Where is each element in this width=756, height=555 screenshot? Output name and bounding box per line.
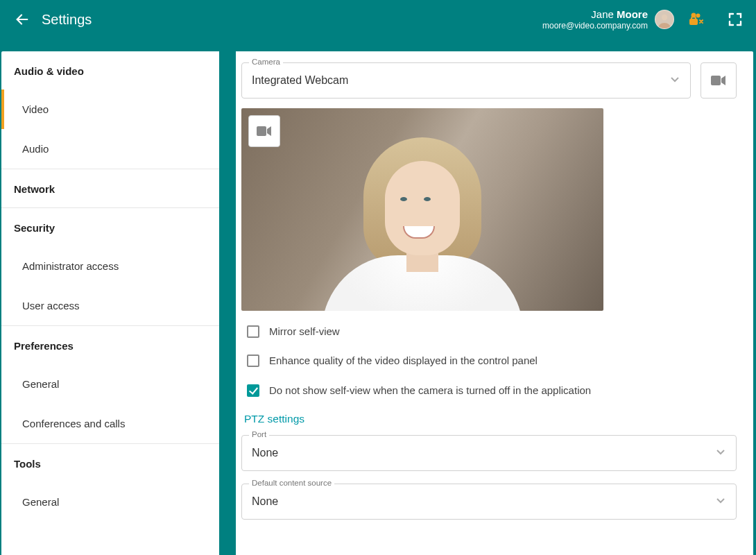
settings-sidebar[interactable]: Audio & video Video Audio Network Securi… <box>1 51 219 555</box>
avatar-person-icon <box>656 12 673 28</box>
chevron-down-icon <box>669 74 680 87</box>
port-select-label: Port <box>249 430 269 438</box>
content-source-select[interactable]: Default content source None <box>241 484 737 520</box>
checkbox-label: Mirror self-view <box>269 325 340 339</box>
chevron-down-icon <box>715 495 726 509</box>
camera-select[interactable]: Camera Integrated Webcam <box>241 62 691 99</box>
fullscreen-icon <box>728 12 742 26</box>
sidebar-section-security: Security <box>1 208 219 246</box>
camera-icon <box>711 75 726 86</box>
main-panel: Camera Integrated Webcam <box>236 51 753 555</box>
checkbox-enhance-quality[interactable] <box>247 355 259 367</box>
svg-point-3 <box>696 14 701 18</box>
sidebar-section-audio-video: Audio & video <box>1 51 219 89</box>
sidebar-item-audio[interactable]: Audio <box>1 129 219 169</box>
back-button[interactable] <box>11 8 33 31</box>
content-source-select-label: Default content source <box>249 479 334 487</box>
sidebar-section-tools: Tools <box>1 444 219 482</box>
user-name: Jane Moore <box>542 8 648 21</box>
sidebar-item-user-access[interactable]: User access <box>1 286 219 326</box>
chevron-down-icon <box>715 446 726 460</box>
preview-person <box>318 130 526 311</box>
self-view-preview <box>241 108 603 311</box>
camera-select-label: Camera <box>249 58 283 66</box>
page-title: Settings <box>42 12 92 28</box>
arrow-left-icon <box>15 12 30 27</box>
checkbox-label: Enhance quality of the video displayed i… <box>269 354 538 368</box>
app-header: Settings Jane Moore moore@video.company.… <box>0 0 756 39</box>
camera-toggle-button[interactable] <box>701 62 737 99</box>
preview-camera-button[interactable] <box>248 115 280 147</box>
fullscreen-button[interactable] <box>725 10 745 29</box>
sidebar-item-tools-general[interactable]: General <box>1 482 219 522</box>
sidebar-section-preferences: Preferences <box>1 326 219 364</box>
ptz-settings-title: PTZ settings <box>244 413 737 425</box>
svg-rect-7 <box>257 126 266 136</box>
camera-icon <box>257 126 272 137</box>
port-select-value: None <box>252 447 715 459</box>
svg-rect-5 <box>691 17 696 20</box>
user-block[interactable]: Jane Moore moore@video.company.com <box>542 8 674 31</box>
lock-users-icon <box>688 12 705 27</box>
sidebar-section-network[interactable]: Network <box>1 169 219 208</box>
port-select[interactable]: Port None <box>241 435 737 471</box>
sidebar-item-pref-general[interactable]: General <box>1 364 219 404</box>
checkbox-mirror-self-view[interactable] <box>247 325 259 338</box>
sidebar-item-video[interactable]: Video <box>1 89 219 129</box>
sidebar-item-admin-access[interactable]: Administrator access <box>1 246 219 286</box>
avatar[interactable] <box>655 10 674 29</box>
lock-users-button[interactable] <box>687 10 706 29</box>
user-email: moore@video.company.com <box>542 21 648 31</box>
content-source-select-value: None <box>252 495 715 508</box>
svg-rect-6 <box>711 76 721 85</box>
checkbox-label: Do not show self-view when the camera is… <box>269 384 591 398</box>
camera-select-value: Integrated Webcam <box>252 74 669 87</box>
svg-point-1 <box>662 15 667 20</box>
checkbox-hide-self-view[interactable] <box>247 384 259 397</box>
sidebar-item-conferences[interactable]: Conferences and calls <box>1 404 219 444</box>
